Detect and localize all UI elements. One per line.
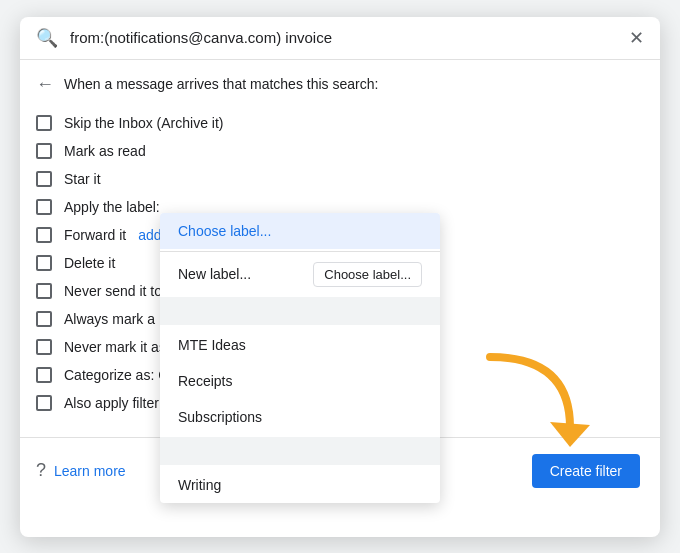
label-always-mark: Always mark a	[64, 311, 155, 327]
choose-label-text: Choose label...	[178, 223, 271, 239]
dropdown-item-subscriptions[interactable]: Subscriptions	[160, 399, 440, 435]
dropdown-menu: Choose label... New label... Choose labe…	[160, 213, 440, 503]
dropdown-item-new-label: New label... Choose label...	[160, 254, 440, 295]
back-arrow-icon[interactable]: ←	[36, 74, 54, 95]
filter-dialog: 🔍 from:(notifications@canva.com) invoice…	[20, 17, 660, 537]
option-mark-read: Mark as read	[36, 137, 644, 165]
label-apply-label: Apply the label:	[64, 199, 160, 215]
page-subtitle: When a message arrives that matches this…	[64, 76, 378, 92]
label-categorize: Categorize as: C	[64, 367, 168, 383]
search-icon: 🔍	[36, 27, 58, 49]
dropdown-separator-1	[160, 251, 440, 252]
checkbox-categorize[interactable]	[36, 367, 52, 383]
checkbox-delete-it[interactable]	[36, 255, 52, 271]
checkbox-always-mark[interactable]	[36, 311, 52, 327]
label-also-apply: Also apply filter t	[64, 395, 167, 411]
new-label-text[interactable]: New label...	[178, 266, 251, 282]
subscriptions-text: Subscriptions	[178, 409, 262, 425]
forward-add-link[interactable]: add	[138, 227, 161, 243]
mte-ideas-text: MTE Ideas	[178, 337, 246, 353]
option-star-it: Star it	[36, 165, 644, 193]
dropdown-item-writing[interactable]: Writing	[160, 467, 440, 503]
label-never-mark: Never mark it as	[64, 339, 166, 355]
option-skip-inbox: Skip the Inbox (Archive it)	[36, 109, 644, 137]
label-never-spam: Never send it to S	[64, 283, 175, 299]
search-bar: 🔍 from:(notifications@canva.com) invoice…	[20, 17, 660, 60]
choose-label-btn[interactable]: Choose label...	[313, 262, 422, 287]
search-query: from:(notifications@canva.com) invoice	[70, 29, 617, 46]
checkbox-skip-inbox[interactable]	[36, 115, 52, 131]
dropdown-item-choose-label[interactable]: Choose label...	[160, 213, 440, 249]
checkbox-apply-label[interactable]	[36, 199, 52, 215]
label-delete-it: Delete it	[64, 255, 115, 271]
writing-text: Writing	[178, 477, 221, 493]
checkbox-star-it[interactable]	[36, 171, 52, 187]
label-dropdown: Choose label... New label... Choose labe…	[160, 213, 440, 503]
dropdown-divider-gray-1	[160, 297, 440, 325]
checkbox-never-spam[interactable]	[36, 283, 52, 299]
label-mark-read: Mark as read	[64, 143, 146, 159]
create-filter-button[interactable]: Create filter	[532, 454, 640, 488]
help-icon: ?	[36, 460, 46, 481]
dropdown-divider-gray-2	[160, 437, 440, 465]
checkbox-mark-read[interactable]	[36, 143, 52, 159]
label-skip-inbox: Skip the Inbox (Archive it)	[64, 115, 224, 131]
receipts-text: Receipts	[178, 373, 232, 389]
footer-left: ? Learn more	[36, 460, 126, 481]
close-icon[interactable]: ✕	[629, 27, 644, 49]
checkbox-forward-it[interactable]	[36, 227, 52, 243]
label-star-it: Star it	[64, 171, 101, 187]
learn-more-link[interactable]: Learn more	[54, 463, 126, 479]
label-forward-it: Forward it	[64, 227, 126, 243]
checkbox-never-mark[interactable]	[36, 339, 52, 355]
dropdown-item-mte-ideas[interactable]: MTE Ideas	[160, 327, 440, 363]
checkbox-also-apply[interactable]	[36, 395, 52, 411]
back-row: ← When a message arrives that matches th…	[20, 60, 660, 105]
dropdown-item-receipts[interactable]: Receipts	[160, 363, 440, 399]
